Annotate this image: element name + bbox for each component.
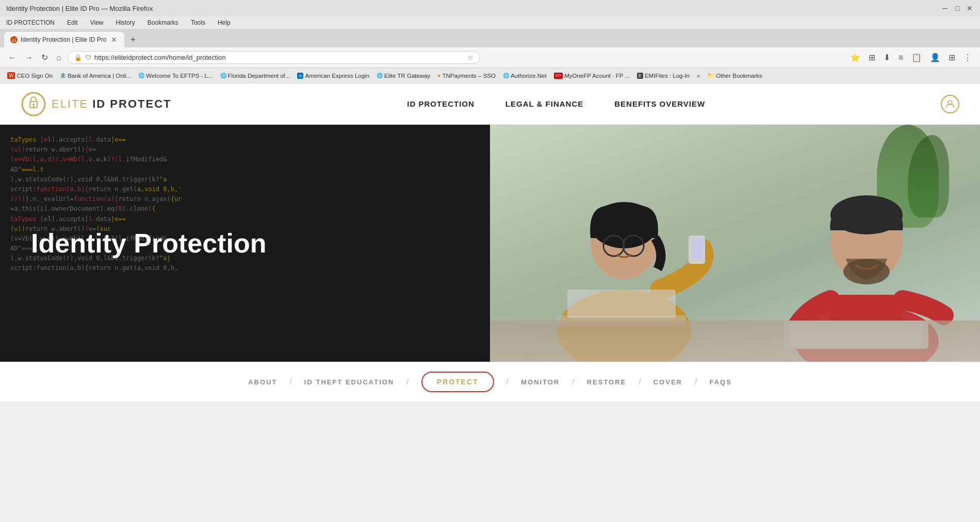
hero-left: taTypes [el].accepts[l.data|e== (u))retu… xyxy=(0,125,490,362)
menu-file[interactable]: ID PROTECTION xyxy=(4,18,57,27)
more-icon[interactable]: ⋮ xyxy=(961,50,974,64)
url-text: https://eliteidprotect.com/home/id_prote… xyxy=(94,54,465,61)
bookmark-other[interactable]: 📁 Other Bookmarks xyxy=(704,71,765,80)
hero-section: taTypes [el].accepts[l.data|e== (u))retu… xyxy=(0,125,980,362)
bookmark-tnpayments[interactable]: ● TNPayments – SSO xyxy=(434,72,499,80)
reload-button[interactable]: ↻ xyxy=(39,50,50,64)
pocket-icon[interactable]: ⊞ xyxy=(867,50,877,64)
bookmark-myonefp[interactable]: FP MyOneFP Acount · FP ... xyxy=(551,72,633,80)
code-line-6: script:function(a,b){return n.get(a,void… xyxy=(10,184,480,194)
code-line-9: taTypes [el].accepts[l.data|e== xyxy=(10,214,480,224)
menu-edit[interactable]: Edit xyxy=(65,18,80,27)
divider-3: / xyxy=(507,377,509,386)
url-bar[interactable]: 🔒 🛡 https://eliteidprotect.com/home/id_p… xyxy=(68,51,480,64)
bottom-navigation: ABOUT / ID THEFT EDUCATION / PROTECT / M… xyxy=(0,362,980,401)
nav-legal-finance[interactable]: LEGAL & FINANCE xyxy=(505,99,583,108)
bm-label-myonefp: MyOneFP Acount · FP ... xyxy=(564,73,630,79)
bookmark-eftps[interactable]: 🌐 Welcome To EFTPS - L... xyxy=(135,72,216,80)
site-navigation: ELITE ID PROTECT ID PROTECTION LEGAL & F… xyxy=(0,83,980,125)
active-tab[interactable]: 🦊 Identity Protection | Elite ID Pro ✕ xyxy=(4,32,124,47)
bottom-nav-id-theft[interactable]: ID THEFT EDUCATION xyxy=(304,378,394,386)
bm-label-emifiles: EMIFiles : Log-In xyxy=(645,73,690,79)
divider-4: / xyxy=(572,377,574,386)
code-line-4: AD"===l.t xyxy=(10,165,480,175)
divider-1: / xyxy=(289,377,291,386)
svg-rect-14 xyxy=(567,290,676,318)
minimize-button[interactable]: ─ xyxy=(941,4,949,12)
home-button[interactable]: ⌂ xyxy=(54,51,63,64)
forward-button[interactable]: → xyxy=(23,51,35,64)
address-bar-right: ⭐ ⊞ ⬇ ≡ 📋 👤 ⊞ ⋮ xyxy=(848,50,974,64)
new-tab-button[interactable]: + xyxy=(126,32,140,47)
hero-right xyxy=(490,125,980,362)
close-button[interactable]: ✕ xyxy=(966,4,974,12)
menu-history[interactable]: History xyxy=(114,18,137,27)
bookmark-elite-gateway[interactable]: 🌐 Elite TR Gateway xyxy=(373,72,433,80)
bm-label-authorize: Authorize.Net xyxy=(511,73,547,79)
menu-bar: ID PROTECTION Edit View History Bookmark… xyxy=(0,16,980,29)
bm-label-tnpayments: TNPayments – SSO xyxy=(442,73,496,79)
menu-tools[interactable]: Tools xyxy=(189,18,207,27)
logo-text: ELITE ID PROTECT xyxy=(52,97,171,111)
download-icon[interactable]: ⬇ xyxy=(881,50,892,64)
address-bar: ← → ↻ ⌂ 🔒 🛡 https://eliteidprotect.com/h… xyxy=(0,47,980,68)
bm-label-ceo: CEO Sign On xyxy=(17,73,53,79)
hero-title: Identity Protection xyxy=(31,227,266,259)
tab-label: Identity Protection | Elite ID Pro xyxy=(21,36,107,43)
window-controls: ─ □ ✕ xyxy=(941,4,974,12)
bookmark-florida[interactable]: 🌐 Florida Department of... xyxy=(217,72,293,80)
bookmark-star-icon[interactable]: ☆ xyxy=(468,54,473,61)
bookmarks-overflow[interactable]: » xyxy=(694,72,703,80)
bookmark-emifiles[interactable]: E EMIFiles : Log-In xyxy=(634,72,693,80)
bm-favicon-florida: 🌐 xyxy=(220,73,226,78)
nav-id-protection[interactable]: ID PROTECTION xyxy=(407,99,475,108)
nav-benefits-overview[interactable]: BENEFITS OVERVIEW xyxy=(614,99,705,108)
account-icon[interactable] xyxy=(941,95,959,113)
code-line-1: taTypes [el].accepts[l.data|e== xyxy=(10,135,480,145)
bookmark-bofa[interactable]: 🏦 Bank of America | Onli... xyxy=(57,72,134,80)
back-button[interactable]: ← xyxy=(6,51,19,64)
bottom-nav-restore[interactable]: RESTORE xyxy=(587,378,627,386)
website: ELITE ID PROTECT ID PROTECTION LEGAL & F… xyxy=(0,83,980,401)
shield-icon: 🛡 xyxy=(85,54,91,61)
maximize-button[interactable]: □ xyxy=(953,4,961,12)
extensions-icon[interactable]: ⭐ xyxy=(848,50,862,64)
bottom-nav-faqs[interactable]: FAQS xyxy=(709,378,731,386)
title-bar-left: Identity Protection | Elite ID Pro — Moz… xyxy=(6,5,153,12)
bottom-nav-monitor[interactable]: MONITOR xyxy=(521,378,560,386)
bm-favicon-tnpayments: ● xyxy=(437,73,440,78)
bm-label-amex: American Express Login xyxy=(305,73,369,79)
divider-5: / xyxy=(639,377,641,386)
sync-icon[interactable]: ≡ xyxy=(896,51,905,64)
bm-label-other: Other Bookmarks xyxy=(716,73,762,79)
code-line-7: ))))}.n._evalUrl=function(a){return n.aj… xyxy=(10,194,480,204)
tab-close-button[interactable]: ✕ xyxy=(110,36,118,44)
logo-id-protect: ID PROTECT xyxy=(92,97,171,110)
bm-favicon-bofa: 🏦 xyxy=(60,73,66,78)
browser-title: Identity Protection | Elite ID Pro — Moz… xyxy=(6,5,153,12)
menu-view[interactable]: View xyxy=(88,18,106,27)
bottom-nav-protect[interactable]: PROTECT xyxy=(437,378,479,386)
bottom-nav-cover[interactable]: COVER xyxy=(654,378,682,386)
browser-frame: Identity Protection | Elite ID Pro — Moz… xyxy=(0,0,980,83)
grid-icon[interactable]: ⊞ xyxy=(946,50,957,64)
reader-icon[interactable]: 📋 xyxy=(909,50,924,64)
bottom-nav-protect-wrapper[interactable]: PROTECT xyxy=(421,372,494,392)
svg-rect-7 xyxy=(691,238,703,259)
nav-right xyxy=(941,95,959,113)
bm-favicon-authorize: 🌐 xyxy=(503,73,509,78)
code-line-8: =a,this[i].ownerDocument).eq(0).clone({ xyxy=(10,204,480,214)
menu-bookmarks[interactable]: Bookmarks xyxy=(145,18,181,27)
code-line-2: (u))return w.abort(){v= xyxy=(10,145,480,155)
code-line-3: (v=Vb(l,w,d)).v=Wb(l,v.w,k)?(l.ifModifie… xyxy=(10,155,480,164)
bookmark-authorize[interactable]: 🌐 Authorize.Net xyxy=(500,72,550,80)
logo-elite: ELITE xyxy=(52,97,92,110)
account-icon[interactable]: 👤 xyxy=(928,50,942,64)
bottom-nav-about[interactable]: ABOUT xyxy=(248,378,277,386)
site-logo[interactable]: ELITE ID PROTECT xyxy=(21,91,171,117)
bookmark-ceo[interactable]: W CEO Sign On xyxy=(4,71,56,80)
bm-label-bofa: Bank of America | Onli... xyxy=(68,73,131,79)
bookmark-amex[interactable]: A American Express Login xyxy=(294,72,372,80)
menu-help[interactable]: Help xyxy=(216,18,233,27)
title-bar: Identity Protection | Elite ID Pro — Moz… xyxy=(0,0,980,16)
